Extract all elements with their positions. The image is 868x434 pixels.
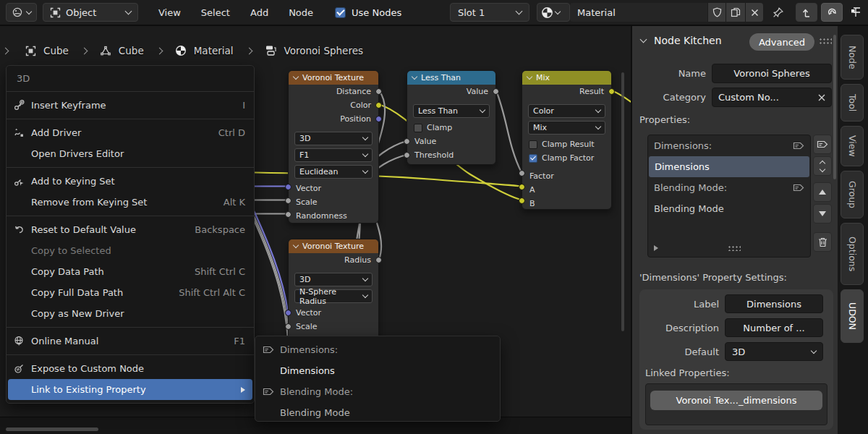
sort-button[interactable] — [813, 156, 832, 176]
material-slot-dropdown[interactable]: Slot 1 — [450, 3, 529, 22]
socket-scale-input[interactable] — [285, 197, 292, 204]
menu-item-add-to-keying-set[interactable]: Add to Keying Set — [7, 171, 254, 192]
clamp-checkbox-row[interactable]: Clamp — [407, 121, 495, 135]
material-name-field[interactable]: Material — [570, 3, 707, 22]
menu-item-reset-to-default[interactable]: Reset to Default Value Backspace — [7, 219, 254, 240]
linked-property-item[interactable]: Voronoi Tex..._dimensions — [650, 391, 822, 410]
menu-item-insert-keyframe[interactable]: Insert Keyframe I — [7, 95, 254, 116]
socket-value-output[interactable] — [493, 88, 499, 95]
editor-type-dropdown[interactable] — [6, 3, 37, 22]
node-header[interactable]: Voronoi Texture — [289, 239, 378, 253]
expand-filter-icon[interactable] — [654, 245, 658, 251]
tab-node[interactable]: Node — [841, 35, 864, 80]
socket-randomness-input[interactable] — [285, 211, 292, 218]
move-down-button[interactable] — [813, 204, 832, 224]
clamp-factor-row[interactable]: Clamp Factor — [522, 151, 611, 165]
feature-select[interactable]: F1 — [294, 148, 373, 162]
clamp-factor-checkbox[interactable] — [529, 154, 537, 163]
node-mix[interactable]: Mix Result Color Mix Clamp Result Clamp … — [522, 70, 612, 210]
menu-add[interactable]: Add — [250, 7, 268, 18]
move-up-button[interactable] — [813, 182, 832, 202]
editor-horizontal-scrollbar[interactable] — [6, 427, 98, 431]
socket-color-output[interactable] — [375, 102, 382, 109]
list-row-dimensions-header[interactable]: Dimensions: — [648, 135, 810, 156]
socket-radius-output[interactable] — [375, 257, 382, 263]
feature-select[interactable]: N-Sphere Radius — [294, 289, 373, 303]
snap-mode-button[interactable] — [846, 3, 865, 22]
socket-factor-input[interactable] — [519, 170, 525, 176]
submenu-item-dimensions[interactable]: Dimensions — [255, 360, 500, 381]
clear-category-icon[interactable] — [818, 94, 825, 101]
socket-a-input[interactable] — [519, 184, 525, 190]
menu-item-remove-from-keying-set[interactable]: Remove from Keying Set Alt K — [7, 192, 254, 213]
menu-view[interactable]: View — [158, 7, 181, 18]
menu-item-copy-to-selected[interactable]: Copy to Selected — [7, 240, 254, 261]
panel-title[interactable]: Node Kitchen — [654, 35, 722, 46]
list-row-dimensions-selected[interactable]: Dimensions — [649, 156, 809, 177]
socket-result-output[interactable] — [608, 88, 615, 95]
menu-item-copy-data-path[interactable]: Copy Data Path Shift Ctrl C — [7, 261, 254, 282]
chevron-right-icon[interactable] — [2, 47, 9, 54]
socket-position-output[interactable] — [375, 116, 382, 122]
menu-item-link-to-existing-property[interactable]: Link to Existing Property — [8, 379, 252, 400]
menu-select[interactable]: Select — [201, 7, 230, 18]
menu-item-expose-to-custom-node[interactable]: Expose to Custom Node — [7, 358, 254, 379]
fake-user-button[interactable] — [707, 3, 726, 22]
tab-group[interactable]: Group — [841, 171, 864, 218]
name-input[interactable]: Voronoi Spheres — [712, 64, 832, 83]
node-header[interactable]: Voronoi Texture — [289, 71, 378, 85]
material-browse-dropdown[interactable] — [537, 3, 570, 22]
filter-tag-button[interactable] — [813, 135, 832, 154]
panel-drag-handle[interactable] — [819, 38, 832, 45]
metric-select[interactable]: Euclidean — [294, 165, 373, 179]
tab-tool[interactable]: Tool — [841, 84, 864, 122]
breadcrumb-object[interactable]: Cube — [43, 45, 69, 56]
tab-udon[interactable]: UDON — [841, 289, 864, 343]
list-row-blending-header[interactable]: Blending Mode: — [648, 177, 810, 198]
socket-b-input[interactable] — [519, 197, 525, 204]
collapse-icon[interactable] — [293, 242, 299, 248]
collapse-icon[interactable] — [527, 74, 532, 80]
list-row-blending[interactable]: Blending Mode — [648, 198, 810, 219]
menu-item-copy-full-data-path[interactable]: Copy Full Data Path Shift Ctrl Alt C — [7, 282, 254, 303]
collapse-icon[interactable] — [293, 74, 299, 80]
use-nodes-checkbox[interactable] — [335, 7, 346, 18]
dimensions-select[interactable]: 3D — [294, 273, 373, 286]
data-type-select[interactable]: Color — [528, 104, 605, 118]
clamp-result-checkbox[interactable] — [529, 140, 537, 149]
tab-view[interactable]: View — [841, 126, 864, 166]
node-voronoi-texture-bottom[interactable]: Voronoi Texture Radius 3D N-Sphere Radiu… — [288, 239, 379, 349]
breadcrumb-data[interactable]: Cube — [119, 45, 144, 56]
unlink-material-button[interactable] — [745, 3, 763, 22]
socket-value-input[interactable] — [404, 138, 410, 145]
description-input[interactable]: Number of ... — [725, 318, 823, 337]
panel-collapse-icon[interactable] — [640, 36, 647, 43]
breadcrumb-material[interactable]: Material — [194, 45, 234, 56]
advanced-button[interactable]: Advanced — [749, 33, 814, 51]
menu-item-open-drivers-editor[interactable]: Open Drivers Editor — [7, 143, 254, 164]
default-select[interactable]: 3D — [725, 342, 823, 361]
submenu-item-blending-mode[interactable]: Blending Mode — [255, 402, 500, 423]
use-nodes-toggle[interactable]: Use Nodes — [335, 7, 401, 18]
breadcrumb-node-group[interactable]: Voronoi Spheres — [284, 45, 363, 56]
new-material-button[interactable] — [726, 3, 745, 22]
menu-item-add-driver[interactable]: Add Driver Ctrl D — [7, 122, 254, 143]
delete-button[interactable] — [813, 232, 832, 252]
menu-item-copy-as-new-driver[interactable]: Copy as New Driver — [7, 303, 254, 324]
label-input[interactable]: Dimensions — [725, 294, 823, 313]
operation-select[interactable]: Less Than — [413, 104, 490, 118]
menu-node[interactable]: Node — [289, 7, 313, 18]
pin-icon[interactable] — [772, 7, 784, 19]
node-voronoi-texture-top[interactable]: Voronoi Texture Distance Color Position … — [288, 70, 379, 224]
menu-item-online-manual[interactable]: Online Manual F1 — [7, 331, 254, 352]
tab-options[interactable]: Options — [841, 223, 864, 285]
socket-vector-input[interactable] — [285, 310, 292, 316]
clamp-checkbox[interactable] — [414, 124, 422, 132]
dimensions-select[interactable]: 3D — [294, 132, 373, 145]
go-to-parent-button[interactable] — [796, 3, 817, 22]
node-less-than[interactable]: Less Than Value Less Than Clamp Value Th… — [407, 70, 496, 165]
blend-mode-select[interactable]: Mix — [528, 121, 605, 135]
editor-vertical-scrollbar[interactable] — [621, 72, 624, 331]
node-header[interactable]: Less Than — [407, 71, 495, 85]
socket-vector-input[interactable] — [285, 184, 292, 190]
